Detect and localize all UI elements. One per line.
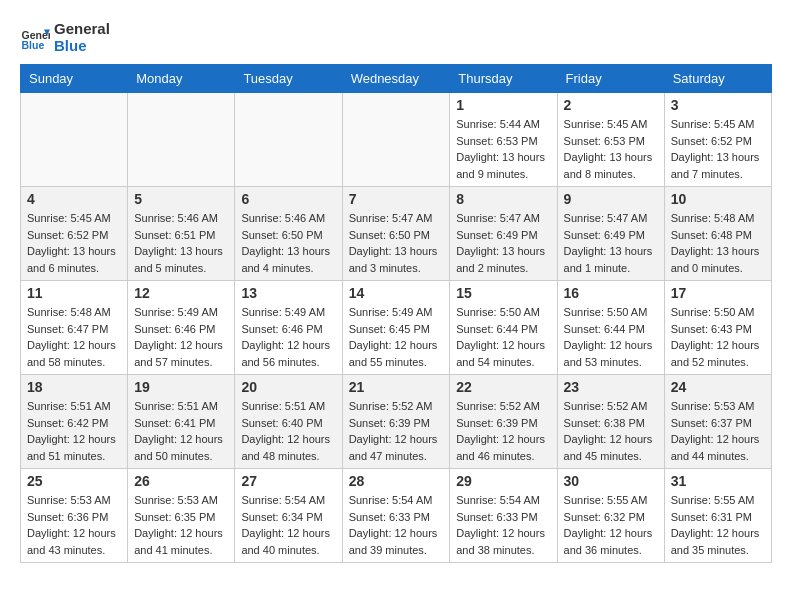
day-number: 8: [456, 191, 550, 207]
day-info: Sunrise: 5:55 AM Sunset: 6:32 PM Dayligh…: [564, 492, 658, 558]
calendar-day-cell: 1Sunrise: 5:44 AM Sunset: 6:53 PM Daylig…: [450, 93, 557, 187]
calendar-day-cell: 17Sunrise: 5:50 AM Sunset: 6:43 PM Dayli…: [664, 281, 771, 375]
weekday-header-tuesday: Tuesday: [235, 65, 342, 93]
day-number: 11: [27, 285, 121, 301]
day-number: 6: [241, 191, 335, 207]
calendar-day-cell: 21Sunrise: 5:52 AM Sunset: 6:39 PM Dayli…: [342, 375, 450, 469]
calendar-day-cell: 20Sunrise: 5:51 AM Sunset: 6:40 PM Dayli…: [235, 375, 342, 469]
day-number: 12: [134, 285, 228, 301]
logo-icon: General Blue: [20, 22, 50, 52]
day-info: Sunrise: 5:51 AM Sunset: 6:40 PM Dayligh…: [241, 398, 335, 464]
calendar-day-cell: [21, 93, 128, 187]
day-number: 3: [671, 97, 765, 113]
calendar-day-cell: 4Sunrise: 5:45 AM Sunset: 6:52 PM Daylig…: [21, 187, 128, 281]
calendar-day-cell: 7Sunrise: 5:47 AM Sunset: 6:50 PM Daylig…: [342, 187, 450, 281]
day-info: Sunrise: 5:52 AM Sunset: 6:39 PM Dayligh…: [456, 398, 550, 464]
day-number: 29: [456, 473, 550, 489]
day-info: Sunrise: 5:47 AM Sunset: 6:50 PM Dayligh…: [349, 210, 444, 276]
day-info: Sunrise: 5:48 AM Sunset: 6:47 PM Dayligh…: [27, 304, 121, 370]
calendar-day-cell: 3Sunrise: 5:45 AM Sunset: 6:52 PM Daylig…: [664, 93, 771, 187]
calendar-day-cell: [128, 93, 235, 187]
day-info: Sunrise: 5:49 AM Sunset: 6:45 PM Dayligh…: [349, 304, 444, 370]
day-number: 20: [241, 379, 335, 395]
day-number: 1: [456, 97, 550, 113]
calendar-day-cell: 6Sunrise: 5:46 AM Sunset: 6:50 PM Daylig…: [235, 187, 342, 281]
day-info: Sunrise: 5:54 AM Sunset: 6:33 PM Dayligh…: [349, 492, 444, 558]
calendar-day-cell: 23Sunrise: 5:52 AM Sunset: 6:38 PM Dayli…: [557, 375, 664, 469]
calendar-week-row: 4Sunrise: 5:45 AM Sunset: 6:52 PM Daylig…: [21, 187, 772, 281]
day-number: 14: [349, 285, 444, 301]
logo-text-blue: Blue: [54, 37, 110, 54]
day-number: 27: [241, 473, 335, 489]
day-number: 31: [671, 473, 765, 489]
calendar-day-cell: 2Sunrise: 5:45 AM Sunset: 6:53 PM Daylig…: [557, 93, 664, 187]
calendar-week-row: 18Sunrise: 5:51 AM Sunset: 6:42 PM Dayli…: [21, 375, 772, 469]
weekday-header-friday: Friday: [557, 65, 664, 93]
day-number: 17: [671, 285, 765, 301]
calendar-day-cell: 24Sunrise: 5:53 AM Sunset: 6:37 PM Dayli…: [664, 375, 771, 469]
calendar-week-row: 25Sunrise: 5:53 AM Sunset: 6:36 PM Dayli…: [21, 469, 772, 563]
weekday-header-thursday: Thursday: [450, 65, 557, 93]
calendar-day-cell: 11Sunrise: 5:48 AM Sunset: 6:47 PM Dayli…: [21, 281, 128, 375]
day-info: Sunrise: 5:46 AM Sunset: 6:51 PM Dayligh…: [134, 210, 228, 276]
weekday-header-row: SundayMondayTuesdayWednesdayThursdayFrid…: [21, 65, 772, 93]
day-number: 18: [27, 379, 121, 395]
day-number: 19: [134, 379, 228, 395]
day-number: 25: [27, 473, 121, 489]
day-number: 10: [671, 191, 765, 207]
day-info: Sunrise: 5:48 AM Sunset: 6:48 PM Dayligh…: [671, 210, 765, 276]
day-info: Sunrise: 5:50 AM Sunset: 6:43 PM Dayligh…: [671, 304, 765, 370]
calendar-day-cell: 9Sunrise: 5:47 AM Sunset: 6:49 PM Daylig…: [557, 187, 664, 281]
calendar-day-cell: 19Sunrise: 5:51 AM Sunset: 6:41 PM Dayli…: [128, 375, 235, 469]
day-number: 13: [241, 285, 335, 301]
calendar-day-cell: 28Sunrise: 5:54 AM Sunset: 6:33 PM Dayli…: [342, 469, 450, 563]
calendar-day-cell: 8Sunrise: 5:47 AM Sunset: 6:49 PM Daylig…: [450, 187, 557, 281]
calendar-day-cell: 13Sunrise: 5:49 AM Sunset: 6:46 PM Dayli…: [235, 281, 342, 375]
calendar-day-cell: 31Sunrise: 5:55 AM Sunset: 6:31 PM Dayli…: [664, 469, 771, 563]
day-number: 5: [134, 191, 228, 207]
day-number: 21: [349, 379, 444, 395]
weekday-header-sunday: Sunday: [21, 65, 128, 93]
calendar-day-cell: 26Sunrise: 5:53 AM Sunset: 6:35 PM Dayli…: [128, 469, 235, 563]
logo-text-general: General: [54, 20, 110, 37]
day-number: 9: [564, 191, 658, 207]
calendar-day-cell: 14Sunrise: 5:49 AM Sunset: 6:45 PM Dayli…: [342, 281, 450, 375]
calendar-day-cell: 22Sunrise: 5:52 AM Sunset: 6:39 PM Dayli…: [450, 375, 557, 469]
calendar-day-cell: 10Sunrise: 5:48 AM Sunset: 6:48 PM Dayli…: [664, 187, 771, 281]
weekday-header-monday: Monday: [128, 65, 235, 93]
day-info: Sunrise: 5:46 AM Sunset: 6:50 PM Dayligh…: [241, 210, 335, 276]
calendar-day-cell: 29Sunrise: 5:54 AM Sunset: 6:33 PM Dayli…: [450, 469, 557, 563]
calendar-day-cell: [342, 93, 450, 187]
day-info: Sunrise: 5:55 AM Sunset: 6:31 PM Dayligh…: [671, 492, 765, 558]
day-number: 7: [349, 191, 444, 207]
weekday-header-saturday: Saturday: [664, 65, 771, 93]
calendar-day-cell: 30Sunrise: 5:55 AM Sunset: 6:32 PM Dayli…: [557, 469, 664, 563]
day-info: Sunrise: 5:52 AM Sunset: 6:38 PM Dayligh…: [564, 398, 658, 464]
day-number: 2: [564, 97, 658, 113]
day-info: Sunrise: 5:49 AM Sunset: 6:46 PM Dayligh…: [241, 304, 335, 370]
header: General Blue General Blue: [20, 20, 772, 54]
day-info: Sunrise: 5:49 AM Sunset: 6:46 PM Dayligh…: [134, 304, 228, 370]
day-info: Sunrise: 5:51 AM Sunset: 6:41 PM Dayligh…: [134, 398, 228, 464]
day-info: Sunrise: 5:47 AM Sunset: 6:49 PM Dayligh…: [456, 210, 550, 276]
day-number: 16: [564, 285, 658, 301]
day-info: Sunrise: 5:50 AM Sunset: 6:44 PM Dayligh…: [564, 304, 658, 370]
calendar-week-row: 1Sunrise: 5:44 AM Sunset: 6:53 PM Daylig…: [21, 93, 772, 187]
day-info: Sunrise: 5:44 AM Sunset: 6:53 PM Dayligh…: [456, 116, 550, 182]
calendar-table: SundayMondayTuesdayWednesdayThursdayFrid…: [20, 64, 772, 563]
day-info: Sunrise: 5:53 AM Sunset: 6:35 PM Dayligh…: [134, 492, 228, 558]
day-number: 24: [671, 379, 765, 395]
weekday-header-wednesday: Wednesday: [342, 65, 450, 93]
day-number: 28: [349, 473, 444, 489]
day-number: 23: [564, 379, 658, 395]
day-info: Sunrise: 5:53 AM Sunset: 6:36 PM Dayligh…: [27, 492, 121, 558]
calendar-day-cell: 27Sunrise: 5:54 AM Sunset: 6:34 PM Dayli…: [235, 469, 342, 563]
day-info: Sunrise: 5:45 AM Sunset: 6:53 PM Dayligh…: [564, 116, 658, 182]
logo: General Blue General Blue: [20, 20, 110, 54]
svg-text:Blue: Blue: [22, 39, 45, 51]
calendar-week-row: 11Sunrise: 5:48 AM Sunset: 6:47 PM Dayli…: [21, 281, 772, 375]
calendar-day-cell: 15Sunrise: 5:50 AM Sunset: 6:44 PM Dayli…: [450, 281, 557, 375]
day-info: Sunrise: 5:52 AM Sunset: 6:39 PM Dayligh…: [349, 398, 444, 464]
day-number: 26: [134, 473, 228, 489]
calendar-day-cell: 16Sunrise: 5:50 AM Sunset: 6:44 PM Dayli…: [557, 281, 664, 375]
